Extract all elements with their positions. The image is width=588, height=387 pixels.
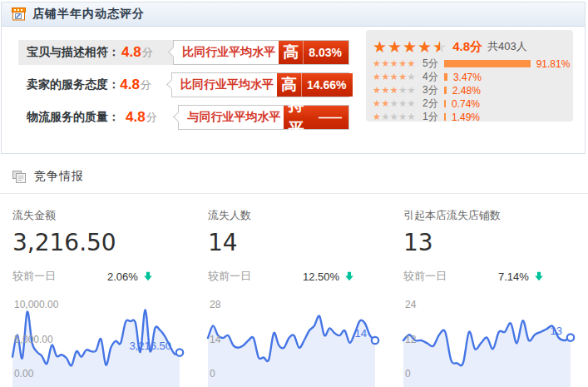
- lost-amount-chart[interactable]: 3,216.50 10,000.00 5,000.00 0.00: [12, 298, 190, 387]
- breakdown-bar: [444, 113, 446, 121]
- rating-row-logistics: 物流服务的质量： 4.8 分 与同行业平均水平 持平 ——: [18, 105, 349, 130]
- breakdown-bar: [444, 60, 531, 67]
- compare-bubble: 与同行业平均水平 持平 ——: [178, 105, 349, 130]
- shop-rating-header: 店铺半年内动态评分: [2, 2, 585, 27]
- lost-visitors-chart[interactable]: 14 28 14 0: [208, 298, 385, 387]
- metric-label: 流失人数: [208, 208, 385, 223]
- shop-icon: [12, 7, 26, 21]
- star-row-icon: ★★★★★: [373, 112, 421, 122]
- star-row-icon: ★★★★★: [373, 59, 421, 68]
- rating-label: 物流服务的质量：: [27, 110, 126, 125]
- metric-value: 13: [403, 229, 581, 256]
- metrics-row: 流失金额 3,216.50 较前一日 2.06% 流失人数 14 较前一日 12…: [12, 208, 581, 284]
- compare-period-label: 较前一日: [208, 269, 251, 284]
- breakdown-row-5: ★★★★★ 5分 91.81%: [373, 57, 573, 70]
- rating-score: 4.8: [126, 109, 146, 126]
- rating-unit: 分: [142, 45, 166, 60]
- y-tick: 5,000.00: [14, 334, 53, 345]
- shop-rating-panel: 店铺半年内动态评分 宝贝与描述相符： 4.8 分 比同行业平均水平 高 8.03…: [1, 2, 586, 154]
- y-tick: 0: [405, 368, 411, 380]
- rating-unit: 分: [141, 77, 163, 92]
- overall-stars-icon: ★★★★★★★★★★: [373, 39, 447, 55]
- breakdown-label: 2分: [422, 97, 444, 111]
- breakdown-row-1: ★★★★★ 1分 1.49%: [373, 111, 573, 123]
- breakdown-bar: [444, 87, 447, 94]
- rating-row-description: 宝贝与描述相符： 4.8 分 比同行业平均水平 高 8.03%: [18, 40, 349, 65]
- star-row-icon: ★★★★★: [373, 99, 421, 108]
- metric-lost-visitors: 流失人数 14 较前一日 12.50%: [208, 208, 385, 284]
- section-divider: [0, 193, 588, 194]
- metric-label: 流失金额: [12, 208, 190, 223]
- chart-canvas: 14: [208, 298, 385, 387]
- breakdown-label: 3分: [422, 83, 444, 97]
- breakdown-row-2: ★★★★★ 2分 0.74%: [373, 97, 573, 110]
- panel-title: 店铺半年内动态评分: [32, 7, 145, 22]
- svg-text:13: 13: [551, 325, 562, 337]
- metric-compare: 较前一日 7.14%: [403, 269, 581, 284]
- y-tick: 12: [405, 334, 416, 345]
- compare-period-label: 较前一日: [12, 269, 56, 284]
- compare-bubble: 比同行业平均水平 高 14.66%: [171, 72, 349, 97]
- y-tick: 28: [210, 299, 220, 310]
- y-tick: 0.00: [14, 368, 33, 380]
- rating-score: 4.8: [121, 44, 141, 61]
- compare-text: 比同行业平均水平: [172, 77, 277, 92]
- breakdown-percent: 91.81%: [536, 58, 571, 70]
- metric-value: 3,216.50: [12, 229, 190, 256]
- metric-label: 引起本店流失店铺数: [403, 208, 581, 223]
- report-pages-icon: [12, 171, 27, 183]
- rating-label: 宝贝与描述相符：: [27, 45, 121, 60]
- breakdown-row-3: ★★★★★ 3分 2.48%: [373, 84, 573, 97]
- breakdown-row-4: ★★★★★ 4分 3.47%: [373, 71, 573, 83]
- breakdown-percent: 1.49%: [452, 112, 480, 123]
- y-tick: 24: [405, 299, 416, 310]
- down-arrow-icon: [534, 271, 544, 281]
- chart-canvas: 13: [403, 298, 581, 387]
- breakdown-label: 1分: [422, 110, 444, 124]
- rating-label: 卖家的服务态度：: [27, 77, 120, 92]
- compare-text: 与同行业平均水平: [179, 110, 284, 125]
- compare-bubble: 比同行业平均水平 高 8.03%: [173, 40, 349, 65]
- rating-summary-panel: ★★★★★★★★★★ 4.8分 共403人 ★★★★★ 5分 91.81% ★★…: [366, 30, 573, 122]
- breakdown-percent: 0.74%: [452, 98, 480, 110]
- breakdown-bar: [444, 100, 446, 107]
- metric-value: 14: [208, 229, 385, 256]
- breakdown-percent: 3.47%: [453, 72, 482, 83]
- y-tick: 0: [210, 368, 215, 380]
- compare-badge: 高 14.66%: [277, 73, 353, 97]
- down-arrow-icon: [143, 271, 153, 281]
- breakdown-label: 5分: [422, 57, 444, 71]
- y-tick: 14: [210, 334, 220, 345]
- rating-count: 共403人: [487, 39, 527, 54]
- change-percent: 12.50%: [303, 270, 339, 283]
- star-row-icon: ★★★★★: [373, 86, 421, 95]
- overall-rating-row: ★★★★★★★★★★ 4.8分 共403人: [373, 37, 573, 57]
- compare-percent: 8.03%: [304, 46, 348, 59]
- rating-score: 4.8: [120, 77, 140, 93]
- breakdown-bar: [444, 73, 447, 81]
- section-title: 竞争情报: [34, 169, 84, 184]
- competition-section-header: 竞争情报: [12, 169, 84, 184]
- compare-verdict: 高: [279, 41, 304, 64]
- overall-stars-fill-icon: ★★★★★: [373, 39, 440, 55]
- compare-text: 比同行业平均水平: [174, 45, 279, 60]
- down-arrow-icon: [344, 271, 354, 281]
- sparkline-charts: 3,216.50 10,000.00 5,000.00 0.00 14 28 1…: [12, 298, 581, 387]
- change-percent: 2.06%: [107, 270, 138, 283]
- overall-score: 4.8分: [452, 39, 482, 55]
- compare-percent: 14.66%: [302, 78, 353, 92]
- compare-badge: 高 8.03%: [279, 41, 348, 64]
- lost-to-shops-chart[interactable]: 13 24 12 0: [403, 298, 581, 387]
- metric-compare: 较前一日 12.50%: [208, 269, 385, 284]
- metric-lost-to-shops: 引起本店流失店铺数 13 较前一日 7.14%: [403, 208, 581, 284]
- svg-text:3,216.50: 3,216.50: [129, 340, 171, 352]
- compare-badge: 持平 ——: [284, 106, 348, 129]
- svg-text:14: 14: [355, 327, 367, 340]
- compare-verdict: 高: [277, 73, 302, 97]
- y-tick: 10,000.00: [14, 299, 58, 310]
- compare-percent: ——: [314, 111, 348, 124]
- change-percent: 7.14%: [498, 270, 529, 283]
- compare-period-label: 较前一日: [403, 269, 447, 284]
- compare-verdict: 持平: [284, 94, 314, 141]
- star-row-icon: ★★★★★: [373, 72, 421, 82]
